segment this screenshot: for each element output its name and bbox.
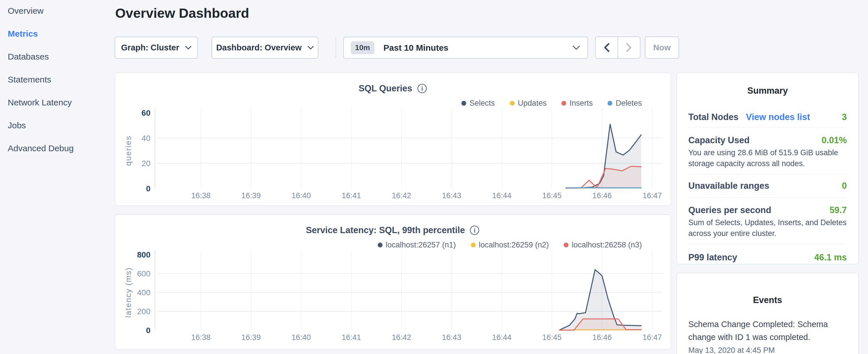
toolbar-divider: [336, 37, 336, 58]
legend-dot: [461, 101, 466, 106]
event-message: Schema Change Completed: Schema change w…: [688, 318, 847, 344]
sidebar-item-advanced-debug[interactable]: Advanced Debug: [8, 142, 74, 155]
svg-text:16:39: 16:39: [241, 191, 261, 200]
svg-text:16:42: 16:42: [392, 333, 411, 342]
legend-dot: [378, 243, 382, 248]
svg-text:i: i: [421, 85, 423, 92]
svg-text:0: 0: [146, 184, 150, 193]
summary-description: You are using 28.6 MiB of 515.9 GiB usab…: [688, 147, 847, 169]
svg-text:16:38: 16:38: [191, 333, 211, 342]
time-back-button[interactable]: [596, 37, 618, 58]
svg-text:16:47: 16:47: [643, 333, 662, 342]
time-step-buttons: [595, 36, 641, 59]
summary-value: 0: [842, 181, 847, 191]
time-forward-button[interactable]: [618, 37, 640, 58]
time-range-dropdown[interactable]: 10m Past 10 Minutes: [343, 37, 588, 59]
svg-text:16:47: 16:47: [643, 191, 662, 200]
legend-dot: [608, 101, 612, 106]
divider: [688, 127, 847, 128]
now-button[interactable]: Now: [645, 36, 679, 59]
summary-value: 46.1 ms: [814, 252, 847, 263]
event-timestamp: May 13, 2020 at 4:45 PM: [688, 346, 847, 354]
svg-text:400: 400: [137, 288, 150, 297]
legend-dot: [471, 243, 476, 248]
sql-queries-chart: 16:3816:3916:4016:4116:4216:4316:4416:45…: [115, 106, 672, 202]
svg-text:i: i: [474, 227, 475, 234]
graph-scope-dropdown[interactable]: Graph: Cluster: [115, 37, 198, 59]
summary-panel: Summary Total Nodes View nodes list 3 Ca…: [676, 72, 859, 264]
svg-text:16:44: 16:44: [492, 191, 512, 200]
chevron-right-icon: [626, 43, 632, 53]
view-nodes-list-link[interactable]: View nodes list: [746, 112, 810, 122]
svg-text:16:40: 16:40: [291, 333, 311, 342]
summary-row-p99-latency: P99 latency 46.1 ms: [688, 252, 847, 263]
summary-label: Capacity Used: [688, 135, 750, 146]
svg-text:16:41: 16:41: [342, 333, 361, 342]
summary-label: Total Nodes: [688, 112, 739, 122]
info-icon[interactable]: i: [469, 225, 480, 235]
sql-queries-chart-card: SQL Queries i Selects Updates Inserts De…: [115, 72, 671, 206]
summary-value: 59.7: [830, 205, 847, 215]
sidebar-item-databases[interactable]: Databases: [8, 51, 49, 63]
divider: [688, 174, 847, 174]
sidebar: Overview Metrics Databases Statements Ne…: [0, 0, 115, 354]
svg-text:16:40: 16:40: [291, 191, 311, 200]
divider: [688, 244, 847, 244]
svg-text:16:39: 16:39: [241, 333, 261, 342]
svg-text:60: 60: [142, 108, 150, 118]
legend-dot: [510, 101, 515, 106]
time-range-label: Past 10 Minutes: [383, 43, 448, 53]
summary-label: Queries per second: [688, 205, 771, 215]
chevron-down-icon: [185, 46, 191, 50]
dashboard-label: Dashboard: Overview: [216, 43, 302, 53]
svg-text:16:44: 16:44: [492, 333, 512, 342]
sidebar-item-statements[interactable]: Statements: [8, 73, 51, 86]
svg-text:40: 40: [142, 134, 150, 142]
time-range-badge: 10m: [351, 41, 374, 54]
svg-text:200: 200: [137, 307, 150, 316]
svg-text:16:38: 16:38: [191, 191, 211, 200]
summary-description: Sum of Selects, Updates, Inserts, and De…: [688, 217, 847, 239]
summary-value: 0.01%: [822, 135, 847, 146]
chevron-down-icon: [572, 45, 580, 50]
svg-text:20: 20: [142, 159, 150, 168]
sidebar-item-metrics[interactable]: Metrics: [8, 28, 38, 40]
summary-row-total-nodes: Total Nodes View nodes list 3: [688, 112, 847, 122]
summary-row-unavailable-ranges: Unavailable ranges 0: [688, 181, 847, 191]
summary-value: 3: [842, 112, 847, 122]
svg-text:16:42: 16:42: [392, 191, 411, 200]
svg-text:16:41: 16:41: [342, 191, 361, 200]
chart-title: Service Latency: SQL, 99th percentile: [306, 225, 465, 235]
svg-text:0: 0: [146, 326, 150, 335]
summary-label: Unavailable ranges: [688, 181, 769, 191]
service-latency-chart: 16:3816:3916:4016:4116:4216:4316:4416:45…: [115, 248, 672, 344]
svg-text:16:46: 16:46: [592, 333, 612, 342]
legend-dot: [564, 243, 568, 248]
chart-title: SQL Queries: [359, 83, 412, 94]
summary-row-queries-per-second: Queries per second 59.7: [688, 205, 847, 215]
overview-dashboard-page: Overview Metrics Databases Statements Ne…: [0, 0, 868, 354]
info-icon[interactable]: i: [417, 83, 427, 94]
svg-text:16:46: 16:46: [592, 191, 612, 200]
summary-row-capacity-used: Capacity Used 0.01%: [688, 135, 847, 146]
divider: [688, 197, 847, 198]
graph-scope-label: Graph: Cluster: [121, 43, 179, 53]
events-panel: Events Schema Change Completed: Schema c…: [676, 273, 859, 354]
sidebar-item-jobs[interactable]: Jobs: [8, 119, 26, 132]
summary-title: Summary: [688, 86, 847, 96]
svg-text:16:43: 16:43: [442, 191, 461, 200]
chevron-down-icon: [308, 46, 314, 50]
legend-dot: [561, 101, 566, 106]
svg-text:16:43: 16:43: [442, 333, 461, 342]
service-latency-chart-card: Service Latency: SQL, 99th percentile i …: [115, 214, 671, 350]
summary-label: P99 latency: [688, 252, 737, 263]
svg-text:16:45: 16:45: [542, 333, 562, 342]
chevron-left-icon: [603, 43, 610, 53]
svg-text:600: 600: [137, 269, 150, 278]
svg-text:16:45: 16:45: [542, 191, 562, 200]
sidebar-item-overview[interactable]: Overview: [8, 5, 43, 17]
events-title: Events: [688, 295, 847, 305]
dashboard-dropdown[interactable]: Dashboard: Overview: [212, 37, 318, 59]
page-title: Overview Dashboard: [115, 5, 249, 21]
sidebar-item-network-latency[interactable]: Network Latency: [8, 96, 72, 109]
